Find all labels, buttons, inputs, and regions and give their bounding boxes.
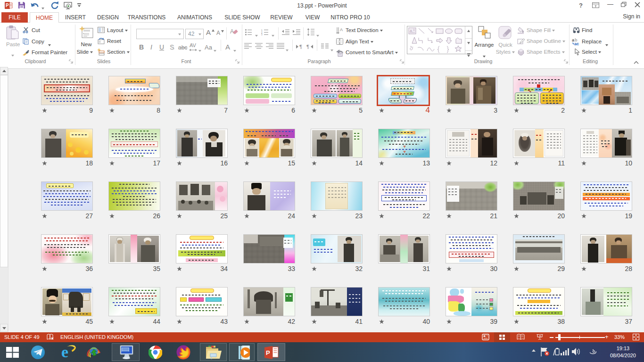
svg-text:ac: ac [574,41,579,45]
svg-text:3: 3 [261,33,263,35]
svg-text:P: P [266,349,270,356]
svg-text:A: A [230,28,234,35]
svg-text:A: A [340,27,343,32]
svg-text:P: P [6,3,9,8]
